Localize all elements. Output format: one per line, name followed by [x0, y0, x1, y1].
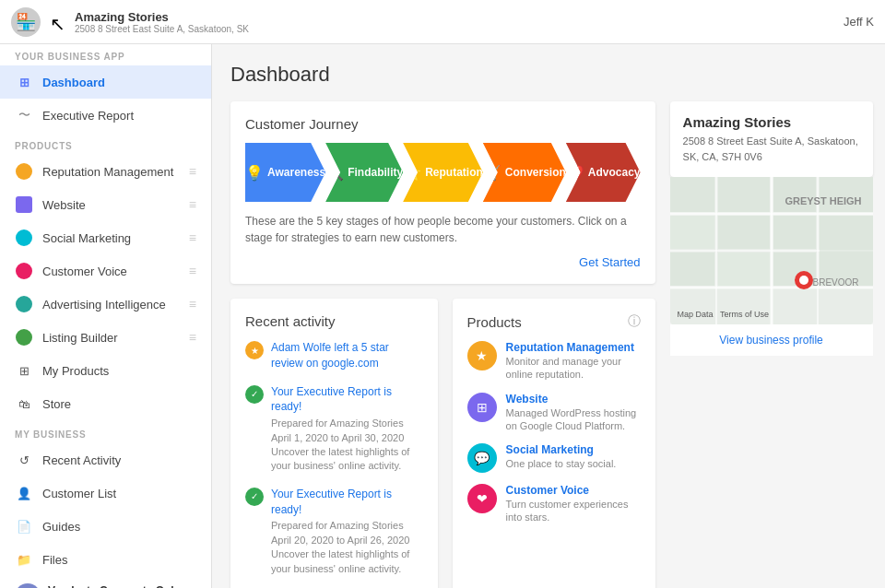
my-business-label: MY BUSINESS [0, 420, 211, 443]
svg-point-19 [799, 276, 808, 285]
activity-item: ✓ Your Executive Report is ready! Prepar… [245, 487, 423, 576]
activity-content-0: Adam Wolfe left a 5 star review on googl… [271, 340, 423, 371]
stage-findability[interactable]: 🔍 Findability [325, 143, 403, 202]
info-icon: ⓘ [628, 313, 641, 330]
recent-activity-icon: ↺ [15, 451, 33, 469]
conversion-icon: 🛒 [483, 164, 502, 182]
dashboard-icon: ⊞ [15, 73, 33, 91]
sidebar-item-label: Listing Builder [42, 331, 189, 345]
topbar-business-address: 2508 8 Street East Suite A, Saskatoon, S… [75, 24, 249, 34]
rep-product-icon: ★ [467, 341, 497, 370]
exec-report-icon: 〜 [15, 106, 33, 124]
drag-icon: ≡ [189, 164, 196, 179]
advocacy-icon: ❤️ [566, 164, 584, 182]
layout: YOUR BUSINESS APP ⊞ Dashboard 〜 Executiv… [0, 44, 885, 588]
sidebar-item-social[interactable]: Social Marketing ≡ [0, 221, 211, 254]
page-title: Dashboard [230, 63, 867, 87]
get-started-link[interactable]: Get Started [579, 255, 640, 269]
customer-product-icon: ❤ [467, 484, 497, 513]
activity-icon-2: ✓ [245, 488, 264, 506]
activity-desc-2: Prepared for Amazing Stories April 20, 2… [271, 519, 423, 576]
sidebar-user: V Vendasta Corporate Only 💬 Contact Us [0, 576, 211, 588]
listing-icon [15, 328, 33, 347]
sidebar-item-label: Dashboard [42, 76, 196, 89]
sidebar-item-label: Social Marketing [42, 231, 189, 245]
sidebar-item-label: Advertising Intelligence [42, 298, 189, 312]
stage-conversion[interactable]: 🛒 Conversion [483, 143, 566, 202]
sidebar-item-executive-report[interactable]: 〜 Executive Report [0, 99, 211, 132]
social-product-name[interactable]: Social Marketing [506, 443, 617, 456]
activity-item: ★ Adam Wolfe left a 5 star review on goo… [245, 340, 423, 371]
view-profile: View business profile [670, 324, 873, 356]
sidebar-item-guides[interactable]: 📄 Guides [0, 510, 211, 543]
sidebar-item-label: Reputation Management [42, 165, 189, 179]
content-area: Customer Journey 💡 Awareness 🔍 Findabili… [230, 101, 867, 588]
product-item-customer: ❤ Customer Voice Turn customer experienc… [467, 484, 641, 524]
activity-content-2: Your Executive Report is ready! Prepared… [271, 487, 423, 576]
drag-icon: ≡ [189, 197, 196, 212]
stage-advocacy[interactable]: ❤️ Advocacy [566, 143, 641, 202]
reputation-label: Reputation [425, 166, 483, 179]
sidebar-item-store[interactable]: 🛍 Store [0, 387, 211, 420]
sidebar-item-advertising[interactable]: Advertising Intelligence ≡ [0, 288, 211, 321]
findability-icon: 🔍 [325, 164, 344, 182]
sidebar-item-customer-voice[interactable]: Customer Voice ≡ [0, 254, 211, 288]
bottom-row: Recent activity ★ Adam Wolfe left a 5 st… [230, 299, 655, 588]
sidebar-item-dashboard[interactable]: ⊞ Dashboard [0, 65, 211, 99]
sidebar-item-recent-activity[interactable]: ↺ Recent Activity [0, 443, 211, 476]
sidebar-item-myproducts[interactable]: ⊞ My Products [0, 354, 211, 387]
cursor-icon: ↖ [50, 13, 65, 35]
sidebar-item-customer-list[interactable]: 👤 Customer List [0, 476, 211, 510]
activity-link-2[interactable]: Your Executive Report is ready! [271, 487, 423, 518]
activity-link-0[interactable]: Adam Wolfe left a 5 star review on googl… [271, 340, 423, 371]
sidebar-item-label: Store [42, 397, 196, 411]
activity-link-1[interactable]: Your Executive Report is ready! [271, 384, 423, 416]
journey-stages: 💡 Awareness 🔍 Findability ⭐ Reputation [245, 143, 641, 202]
product-info-web: Website Managed WordPress hosting on Goo… [506, 393, 641, 433]
sidebar-item-listing[interactable]: Listing Builder ≡ [0, 321, 211, 354]
view-profile-link[interactable]: View business profile [719, 334, 823, 347]
web-product-icon: ⊞ [467, 393, 497, 422]
activity-content-1: Your Executive Report is ready! Prepared… [271, 384, 423, 474]
avatar: 🏪 [11, 7, 41, 37]
map-area: GREYST HEIGH BREVOOR Map Data Terms of U… [670, 177, 873, 324]
business-panel-name: Amazing Stories [683, 114, 860, 130]
svg-rect-15 [718, 253, 770, 286]
reputation-icon [15, 162, 33, 181]
sidebar-item-label: Website [42, 198, 189, 212]
products-card: Products ⓘ ★ Reputation Management Monit… [453, 299, 655, 588]
svg-rect-12 [718, 216, 770, 249]
rep-product-name[interactable]: Reputation Management [506, 341, 641, 354]
topbar: 🏪 ↖ Amazing Stories 2508 8 Street East S… [0, 0, 885, 44]
user-info: Vendasta Corporate Only 💬 Contact Us [48, 584, 196, 589]
awareness-label: Awareness [267, 166, 325, 179]
sidebar-item-files[interactable]: 📁 Files [0, 543, 211, 576]
social-icon [15, 229, 33, 247]
conversion-label: Conversion [505, 166, 566, 179]
myproducts-icon: ⊞ [15, 361, 33, 380]
activity-desc-1: Prepared for Amazing Stories April 1, 20… [271, 417, 423, 474]
products-section-label: PRODUCTS [0, 132, 211, 155]
svg-rect-7 [670, 177, 714, 212]
sidebar-item-label: Guides [42, 520, 196, 534]
customer-product-name[interactable]: Customer Voice [506, 484, 641, 497]
web-product-name[interactable]: Website [506, 393, 641, 406]
sidebar-item-reputation[interactable]: Reputation Management ≡ [0, 155, 211, 188]
sidebar-item-website[interactable]: Website ≡ [0, 188, 211, 221]
awareness-icon: 💡 [245, 164, 264, 182]
sidebar-item-label: My Products [42, 364, 196, 378]
activity-icon-1: ✓ [245, 385, 264, 404]
main-content: Dashboard Customer Journey 💡 Awareness 🔍… [212, 44, 885, 588]
stage-awareness[interactable]: 💡 Awareness [245, 143, 325, 202]
product-info-rep: Reputation Management Monitor and manage… [506, 341, 641, 382]
customer-journey-card: Customer Journey 💡 Awareness 🔍 Findabili… [230, 101, 655, 284]
svg-rect-10 [820, 177, 873, 212]
products-title: Products [467, 314, 522, 330]
right-panel: Amazing Stories 2508 8 Street East Suite… [670, 101, 873, 588]
map-area-label: GREYST HEIGH [785, 195, 861, 206]
sidebar-item-label: Customer List [42, 487, 196, 500]
drag-icon: ≡ [189, 230, 196, 245]
stage-reputation[interactable]: ⭐ Reputation [403, 143, 483, 202]
activity-item: ✓ Your Executive Report is ready! Prepar… [245, 384, 423, 474]
product-item-rep: ★ Reputation Management Monitor and mana… [467, 341, 641, 382]
